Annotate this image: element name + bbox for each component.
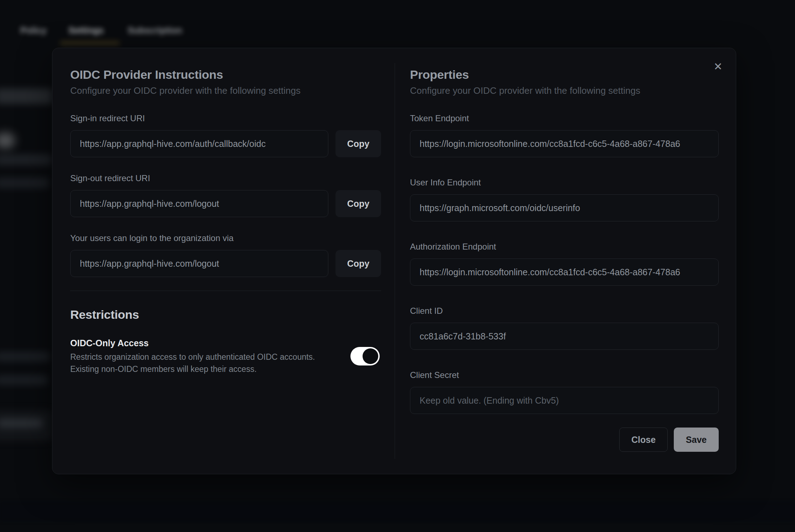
user-info-endpoint-label: User Info Endpoint [410, 177, 719, 188]
login-url-input[interactable] [70, 250, 328, 277]
oidc-instructions-section: OIDC Provider Instructions Configure you… [52, 48, 395, 474]
properties-section: Properties Configure your OIDC provider … [395, 48, 736, 474]
client-id-row [410, 323, 719, 350]
copy-button[interactable]: Copy [335, 190, 381, 217]
sign-out-redirect-uri-row: Copy [70, 190, 381, 217]
authorization-endpoint-row [410, 259, 719, 286]
oidc-only-access-label: OIDC-Only Access [70, 337, 324, 349]
section-divider [70, 291, 381, 291]
save-button[interactable]: Save [674, 428, 719, 452]
properties-title: Properties [410, 67, 719, 82]
instructions-subtitle: Configure your OIDC provider with the fo… [70, 85, 381, 97]
client-secret-input[interactable] [410, 387, 719, 414]
client-id-label: Client ID [410, 306, 719, 316]
instructions-title: OIDC Provider Instructions [70, 67, 381, 82]
properties-subtitle: Configure your OIDC provider with the fo… [410, 85, 719, 97]
sign-out-redirect-uri-input[interactable] [70, 190, 328, 217]
authorization-endpoint-label: Authorization Endpoint [410, 241, 719, 252]
oidc-only-access-row: OIDC-Only Access Restricts organization … [70, 337, 381, 375]
dialog-actions: Close Save [410, 428, 719, 452]
oidc-only-access-description: Restricts organization access to only au… [70, 351, 324, 375]
client-secret-row [410, 387, 719, 414]
sign-in-redirect-uri-row: Copy [70, 130, 381, 157]
client-secret-label: Client Secret [410, 370, 719, 380]
oidc-only-access-text: OIDC-Only Access Restricts organization … [70, 337, 324, 375]
client-id-input[interactable] [410, 323, 719, 350]
user-info-endpoint-input[interactable] [410, 194, 719, 221]
user-info-endpoint-row [410, 194, 719, 221]
sign-in-redirect-uri-input[interactable] [70, 130, 328, 157]
copy-button[interactable]: Copy [335, 130, 381, 157]
copy-button[interactable]: Copy [335, 250, 381, 277]
oidc-only-access-toggle[interactable] [350, 347, 380, 365]
sign-out-redirect-uri-label: Sign-out redirect URI [70, 173, 381, 184]
screen: Policy Settings Subscription ✕ OIDC Prov… [0, 0, 795, 532]
login-url-row: Copy [70, 250, 381, 277]
authorization-endpoint-input[interactable] [410, 259, 719, 286]
toggle-thumb [363, 348, 378, 364]
close-icon[interactable]: ✕ [710, 59, 726, 75]
restrictions-title: Restrictions [70, 307, 381, 322]
oidc-settings-dialog: ✕ OIDC Provider Instructions Configure y… [52, 48, 736, 474]
close-button[interactable]: Close [619, 428, 668, 452]
sign-in-redirect-uri-label: Sign-in redirect URI [70, 113, 381, 124]
token-endpoint-input[interactable] [410, 130, 719, 157]
login-url-label: Your users can login to the organization… [70, 233, 381, 244]
token-endpoint-row [410, 130, 719, 157]
token-endpoint-label: Token Endpoint [410, 113, 719, 124]
